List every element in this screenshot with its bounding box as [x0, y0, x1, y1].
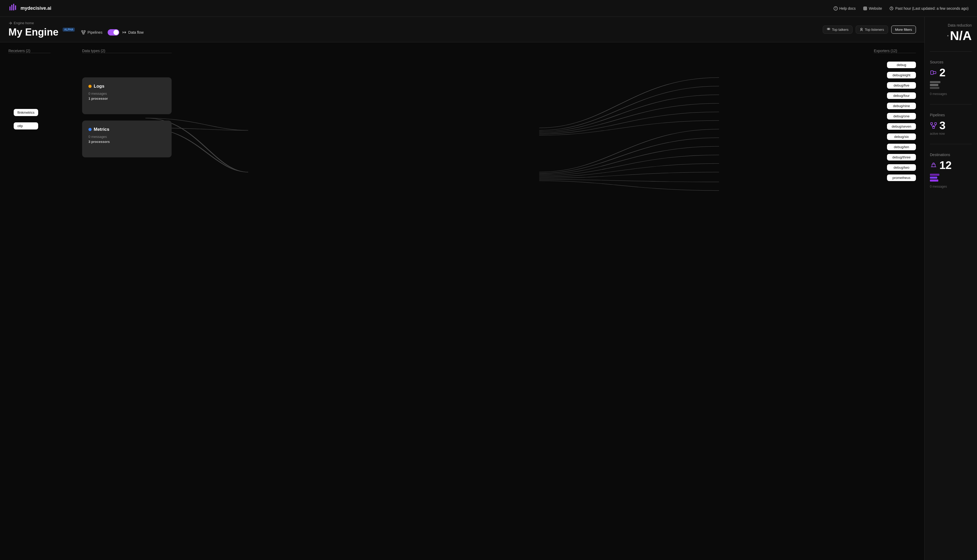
- more-filters-button[interactable]: More filters: [891, 25, 916, 34]
- exporter-debug-four[interactable]: debug/four: [887, 92, 916, 99]
- engine-header: Engine home My Engine ALPHA Pipelines Da…: [0, 17, 924, 42]
- exporter-debug-seven[interactable]: debug/seven: [887, 123, 916, 130]
- destinations-count: 12: [930, 159, 972, 172]
- sources-count: 2: [930, 66, 972, 79]
- engine-header-left: Engine home My Engine ALPHA Pipelines Da…: [8, 21, 144, 38]
- logs-processors: 1 processor: [88, 97, 165, 100]
- exporter-debug-nine[interactable]: debug/nine: [887, 103, 916, 109]
- destinations-label: Destinations: [930, 153, 972, 157]
- metrics-title: Metrics: [88, 127, 165, 132]
- receivers-column: flinkmetrics otlp: [14, 109, 38, 130]
- metrics-dot: [88, 128, 92, 131]
- app-name: mydecisive.ai: [20, 5, 51, 11]
- exporters-column: debug debug/eight debug/five debug/four …: [887, 62, 916, 181]
- sidebar-divider-2: [930, 104, 972, 105]
- datatypes-column: Logs 0 messages 1 processor Met: [82, 77, 172, 157]
- exporter-prometheus[interactable]: prometheus: [887, 175, 916, 181]
- metrics-messages: 0 messages: [88, 135, 165, 139]
- pipelines-status: active now: [930, 132, 972, 135]
- logo-icon: [8, 3, 18, 14]
- logs-title: Logs: [88, 84, 165, 89]
- website-link[interactable]: Website: [863, 6, 882, 10]
- center-content: Engine home My Engine ALPHA Pipelines Da…: [0, 17, 924, 560]
- sources-visual: [930, 81, 972, 89]
- view-controls: Pipelines Data flow: [79, 29, 143, 36]
- destinations-section: Destinations 12 0 messages: [930, 153, 972, 188]
- exporter-debug-six[interactable]: debug/six: [887, 133, 916, 140]
- breadcrumb: Engine home: [8, 21, 144, 25]
- exporter-debug-two[interactable]: debug/two: [887, 164, 916, 171]
- main-layout: Engine home My Engine ALPHA Pipelines Da…: [0, 17, 977, 560]
- data-reduction-section: Data reduction · N/A: [930, 23, 972, 43]
- datatypes-header: Data types (2): [82, 49, 874, 53]
- view-toggle[interactable]: [108, 29, 119, 35]
- receiver-flinkmetrics[interactable]: flinkmetrics: [14, 109, 38, 116]
- svg-rect-16: [931, 71, 933, 75]
- destinations-visual: [930, 174, 972, 182]
- svg-point-14: [828, 28, 830, 30]
- sidebar-divider-3: [930, 144, 972, 144]
- exporter-debug-eight[interactable]: debug/eight: [887, 72, 916, 78]
- right-sidebar: Data reduction · N/A Sources 2 0: [924, 17, 977, 560]
- top-listeners-button[interactable]: Top listeners: [856, 25, 888, 34]
- pipelines-count: 3: [930, 119, 972, 132]
- pipelines-section: Pipelines 3 active now: [930, 113, 972, 135]
- top-navigation: mydecisive.ai ? Help docs Website Past h…: [0, 0, 977, 17]
- sources-label: Sources: [930, 60, 972, 64]
- exporters-header: Exporters (12): [874, 49, 916, 53]
- svg-point-15: [861, 28, 862, 30]
- svg-text:?: ?: [835, 7, 837, 10]
- data-reduction-value: · N/A: [930, 28, 972, 43]
- logs-messages: 0 messages: [88, 92, 165, 95]
- svg-rect-2: [13, 4, 14, 10]
- help-docs-link[interactable]: ? Help docs: [834, 6, 856, 10]
- dataflow-button[interactable]: Data flow: [122, 30, 143, 35]
- exporter-debug-three[interactable]: debug/three: [887, 154, 916, 160]
- exporter-debug[interactable]: debug: [887, 62, 916, 68]
- app-logo: mydecisive.ai: [8, 3, 51, 14]
- metrics-processors: 3 processors: [88, 140, 165, 144]
- receiver-otlp[interactable]: otlp: [14, 122, 38, 130]
- topnav-right: ? Help docs Website Past hour (Last upda…: [834, 6, 969, 10]
- svg-rect-6: [864, 7, 867, 10]
- svg-rect-0: [10, 6, 10, 10]
- header-filters: Top talkers Top listeners More filters: [823, 25, 916, 34]
- top-talkers-button[interactable]: Top talkers: [823, 25, 852, 34]
- alpha-badge: ALPHA: [63, 28, 75, 32]
- destinations-icon: [930, 162, 937, 169]
- svg-rect-1: [11, 5, 12, 10]
- time-filter[interactable]: Past hour (Last updated: a few seconds a…: [889, 6, 969, 10]
- flow-diagram: flinkmetrics otlp Logs: [8, 62, 916, 209]
- datatype-metrics-card[interactable]: Metrics 0 messages 3 processors: [82, 120, 172, 157]
- logs-dot: [88, 85, 92, 88]
- sources-section: Sources 2 0 messages: [930, 60, 972, 96]
- data-reduction-label: Data reduction: [930, 23, 972, 27]
- datatype-logs-card[interactable]: Logs 0 messages 1 processor: [82, 77, 172, 114]
- svg-rect-18: [935, 123, 937, 125]
- pipelines-button[interactable]: Pipelines: [79, 29, 105, 36]
- sources-messages: 0 messages: [930, 92, 972, 96]
- svg-rect-8: [82, 30, 83, 32]
- engine-title-row: My Engine ALPHA Pipelines Data flow: [8, 27, 144, 38]
- sources-icon: [930, 69, 937, 76]
- destinations-messages: 0 messages: [930, 185, 972, 188]
- svg-rect-9: [84, 30, 85, 32]
- flow-area: Receivers (2) Data types (2) Exporters (…: [0, 42, 924, 560]
- pipelines-icon: [930, 122, 937, 129]
- svg-rect-17: [931, 123, 932, 125]
- engine-title: My Engine: [8, 27, 58, 38]
- svg-rect-19: [933, 127, 935, 128]
- svg-rect-3: [15, 5, 16, 10]
- receivers-header: Receivers (2): [8, 49, 61, 53]
- sidebar-divider-1: [930, 51, 972, 52]
- exporter-debug-ten[interactable]: debug/ten: [887, 144, 916, 150]
- svg-rect-21: [932, 164, 935, 167]
- exporter-debug-five[interactable]: debug/five: [887, 82, 916, 89]
- pipelines-label: Pipelines: [930, 113, 972, 117]
- exporter-debug-one[interactable]: debug/one: [887, 113, 916, 120]
